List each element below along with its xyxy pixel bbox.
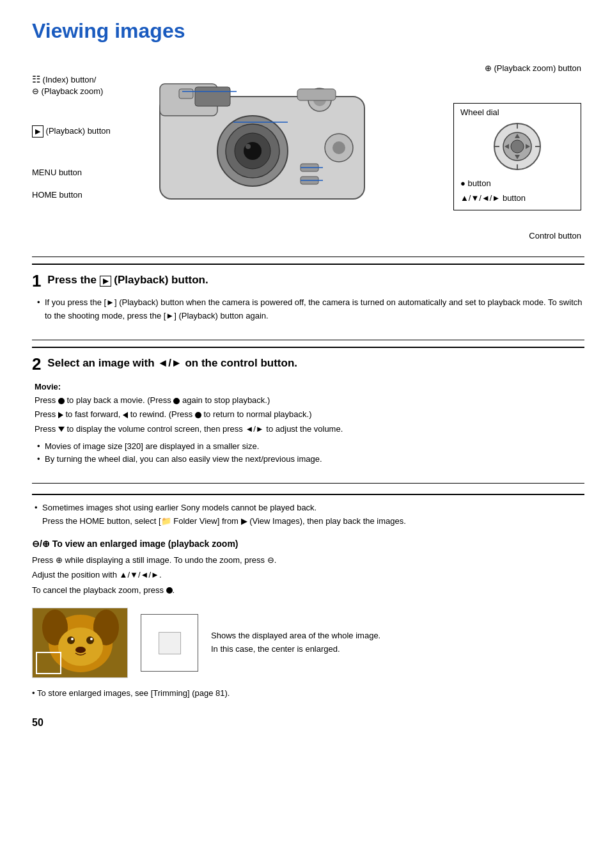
note-section: Sometimes images shot using earlier Sony…: [32, 494, 584, 528]
footer-note: • To store enlarged images, see [Trimmin…: [32, 688, 584, 698]
zoom-minus-icon: ⊖: [32, 539, 40, 549]
step-2-title: Select an image with ◄/► on the control …: [47, 357, 297, 369]
svg-point-39: [90, 638, 93, 640]
control-button-label: Control button: [529, 231, 581, 241]
image-caption: Shows the displayed area of the whole im…: [211, 629, 380, 656]
movie-label: Movie:: [35, 381, 584, 394]
home-label: HOME button: [32, 189, 82, 201]
step-2-body: Movie: Press to play back a movie. (Pres…: [35, 381, 584, 467]
step-2-bullet-2: By turning the wheel dial, you can also …: [45, 453, 584, 466]
dial-button-info: ● button ▲/▼/◄/► button: [460, 176, 574, 206]
step-2: 2 Select an image with ◄/► on the contro…: [32, 347, 584, 473]
svg-point-37: [86, 636, 94, 644]
press-line-3: Press to display the volume control scre…: [35, 422, 584, 436]
triangle-down-icon: [58, 427, 65, 432]
zoom-content: Press ⊕ while displaying a still image. …: [32, 553, 584, 597]
svg-point-36: [67, 636, 75, 644]
step-2-header: 2 Select an image with ◄/► on the contro…: [32, 354, 584, 374]
divider-2: [32, 340, 584, 340]
zoom-area-box: [141, 614, 198, 672]
menu-label: MENU button: [32, 167, 82, 178]
step-1-bullet: If you press the [►] (Playback) button w…: [45, 296, 584, 323]
wheel-dial-graphic: [460, 121, 574, 172]
movie-section: Movie: Press to play back a movie. (Pres…: [35, 381, 584, 436]
step-1-header: 1 Press the ▶ (Playback) button.: [32, 271, 584, 291]
press-line-2: Press to fast forward, to rewind. (Press…: [35, 407, 584, 422]
dog-image: Q×2.0: [32, 608, 128, 678]
camera-diagram: [134, 65, 390, 218]
zoom-line-2: Adjust the position with ▲/▼/◄/►.: [32, 567, 584, 582]
wheel-dial-box: Wheel dial ● button: [453, 103, 581, 210]
page-title: Viewing images: [32, 19, 584, 43]
circle-icon-3: [195, 412, 201, 418]
svg-point-40: [75, 647, 86, 653]
circle-icon-1: [58, 398, 65, 404]
svg-point-26: [511, 140, 524, 153]
svg-rect-12: [195, 87, 230, 106]
triangle-right-icon: [58, 412, 63, 418]
svg-rect-13: [179, 89, 193, 99]
step-1-number: 1: [32, 271, 41, 290]
svg-point-38: [71, 638, 74, 640]
step-1-body: If you press the [►] (Playback) button w…: [35, 296, 584, 323]
caption-line-2: In this case, the center is enlarged.: [211, 643, 380, 656]
footer-note-text: • To store enlarged images, see [Trimmin…: [32, 688, 230, 698]
zoom-area-inner: [159, 632, 181, 654]
playback-icon: ▶: [32, 125, 43, 138]
divider-1: [32, 256, 584, 257]
divider-3: [32, 483, 584, 484]
circle-icon-cancel: [166, 587, 173, 594]
zoom-line-3: To cancel the playback zoom, press .: [32, 583, 584, 597]
index-label: ☷ (Index) button/ ⊖ (Playback zoom): [32, 72, 103, 97]
step-1: 1 Press the ▶ (Playback) button. If you …: [32, 264, 584, 329]
playback-zoom-right-label: ⊕ (Playback zoom) button: [485, 63, 581, 73]
step-2-bullet-1: Movies of image size [320] are displayed…: [45, 440, 584, 454]
note-bullet: Sometimes images shot using earlier Sony…: [42, 501, 584, 528]
step-1-title: Press the ▶ (Playback) button.: [47, 274, 208, 286]
playback-btn-label: ▶ (Playback) button: [32, 125, 111, 138]
wheel-dial-title: Wheel dial: [460, 107, 574, 117]
step-2-number: 2: [32, 354, 41, 374]
triangle-left-icon: [123, 412, 128, 418]
playback-icon-inline: ▶: [100, 276, 111, 287]
zoom-plus-icon: ⊕: [42, 539, 50, 549]
folder-icon: 📁: [161, 516, 171, 526]
press-line-1: Press to play back a movie. (Press again…: [35, 393, 584, 407]
zoom-title: ⊖/⊕ To view an enlarged image (playback …: [32, 539, 584, 549]
zoom-section: ⊖/⊕ To view an enlarged image (playback …: [32, 539, 584, 597]
image-demo: Q×2.0 Shows the displayed: [32, 608, 584, 678]
page-number: 50: [32, 717, 584, 729]
svg-point-6: [246, 144, 251, 149]
zoom-line-1: Press ⊕ while displaying a still image. …: [32, 553, 584, 567]
diagram-section: ☷ (Index) button/ ⊖ (Playback zoom) ▶ (P…: [32, 58, 584, 244]
circle-icon-2: [173, 398, 180, 404]
svg-rect-9: [297, 89, 336, 100]
dog-image-overlay: [36, 652, 61, 674]
caption-line-1: Shows the displayed area of the whole im…: [211, 629, 380, 643]
svg-point-11: [332, 141, 345, 154]
